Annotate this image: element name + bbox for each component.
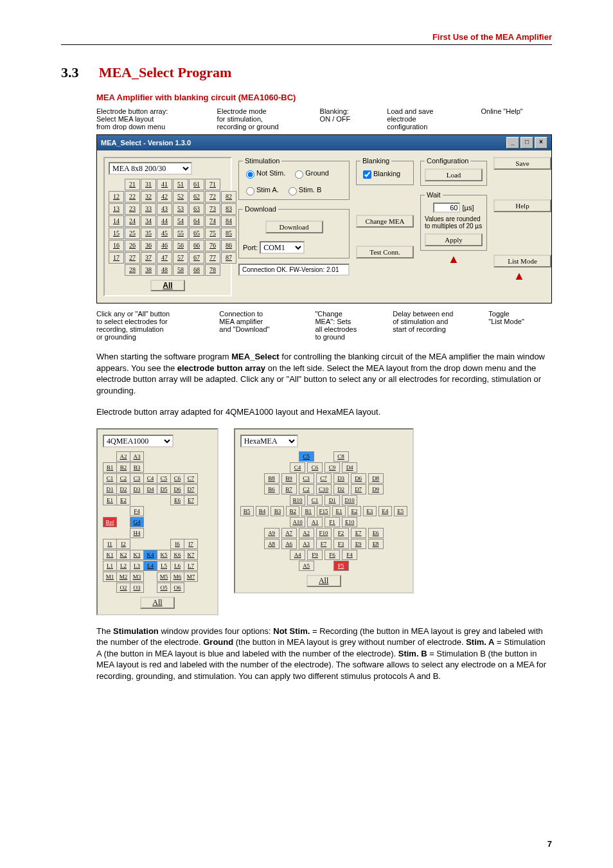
electrode-button[interactable]: 27: [125, 252, 140, 264]
electrode-button[interactable]: 14: [109, 215, 124, 227]
electrode-button[interactable]: K4: [143, 550, 157, 560]
electrode-button[interactable]: C1: [103, 473, 117, 484]
electrode-button[interactable]: F10: [316, 528, 332, 538]
electrode-button[interactable]: 68: [189, 264, 204, 276]
electrode-button[interactable]: L3: [130, 561, 144, 571]
electrode-button[interactable]: A8: [264, 539, 280, 549]
electrode-button[interactable]: 48: [157, 264, 172, 276]
electrode-button[interactable]: 17: [109, 252, 124, 264]
electrode-button[interactable]: L6: [170, 561, 184, 571]
electrode-button[interactable]: 82: [221, 191, 236, 203]
electrode-button[interactable]: 52: [173, 191, 188, 203]
electrode-button[interactable]: F2: [333, 528, 349, 538]
electrode-button[interactable]: 24: [125, 215, 140, 227]
titlebar[interactable]: MEA_Select - Version 1.3.0 _ □ ×: [97, 135, 551, 150]
electrode-button[interactable]: B9: [281, 473, 297, 484]
electrode-button[interactable]: A7: [281, 528, 297, 538]
electrode-button[interactable]: M5: [157, 572, 171, 582]
electrode-button[interactable]: B2: [286, 506, 299, 516]
electrode-button[interactable]: F5: [333, 561, 349, 571]
list-mode-button[interactable]: List Mode: [493, 255, 551, 267]
electrode-button[interactable]: F6: [324, 550, 340, 560]
radio-ground[interactable]: Ground: [292, 168, 329, 179]
electrode-button[interactable]: L5: [157, 561, 171, 571]
electrode-button[interactable]: 61: [189, 179, 204, 190]
change-mea-button[interactable]: Change MEA: [356, 215, 414, 228]
electrode-button[interactable]: C2: [299, 484, 314, 494]
electrode-button[interactable]: 47: [157, 252, 172, 264]
electrode-button[interactable]: B5: [240, 506, 254, 516]
electrode-button[interactable]: 87: [221, 252, 236, 264]
electrode-button[interactable]: C5: [299, 451, 314, 462]
electrode-button[interactable]: A4: [290, 550, 305, 560]
hexamea-all-button[interactable]: All: [306, 575, 341, 587]
electrode-button[interactable]: L4: [143, 561, 157, 571]
electrode-button[interactable]: 53: [173, 203, 188, 215]
electrode-button[interactable]: C10: [316, 484, 332, 494]
electrode-button[interactable]: 13: [109, 203, 124, 215]
electrode-button[interactable]: 55: [173, 228, 188, 239]
electrode-button[interactable]: E7: [351, 528, 366, 538]
electrode-button[interactable]: C6: [307, 462, 323, 473]
electrode-button[interactable]: E3: [363, 506, 377, 516]
electrode-button[interactable]: D9: [368, 484, 384, 494]
electrode-button[interactable]: D6: [170, 484, 184, 494]
maximize-button[interactable]: □: [520, 137, 533, 149]
electrode-button[interactable]: 71: [205, 179, 220, 190]
electrode-button[interactable]: E6: [368, 528, 384, 538]
electrode-button[interactable]: B8: [264, 473, 280, 484]
electrode-button[interactable]: F7: [316, 539, 332, 549]
electrode-button[interactable]: E8: [368, 539, 384, 549]
electrode-button[interactable]: M1: [103, 572, 117, 582]
electrode-button[interactable]: F15: [317, 506, 330, 516]
electrode-button[interactable]: D3: [333, 473, 349, 484]
electrode-button[interactable]: B2: [116, 462, 130, 473]
electrode-button[interactable]: B10: [290, 495, 305, 505]
electrode-button[interactable]: 34: [141, 215, 156, 227]
electrode-button[interactable]: O2: [116, 583, 130, 593]
electrode-button[interactable]: G4: [130, 517, 144, 527]
electrode-button[interactable]: 15: [109, 228, 124, 239]
electrode-button[interactable]: H4: [130, 528, 144, 538]
qmea-all-button[interactable]: All: [140, 597, 175, 609]
electrode-button[interactable]: C6: [170, 473, 184, 484]
electrode-button[interactable]: 84: [221, 215, 236, 227]
electrode-button[interactable]: Ref: [103, 517, 117, 527]
electrode-button[interactable]: 28: [125, 264, 140, 276]
electrode-button[interactable]: B4: [256, 506, 269, 516]
electrode-button[interactable]: K5: [157, 550, 171, 560]
electrode-button[interactable]: B1: [103, 462, 117, 473]
electrode-button[interactable]: 56: [173, 240, 188, 251]
electrode-button[interactable]: A6: [281, 539, 297, 549]
electrode-button[interactable]: E2: [348, 506, 361, 516]
minimize-button[interactable]: _: [506, 137, 519, 149]
electrode-button[interactable]: O5: [157, 583, 171, 593]
electrode-button[interactable]: 25: [125, 228, 140, 239]
electrode-button[interactable]: D2: [333, 484, 349, 494]
electrode-button[interactable]: E10: [342, 517, 357, 527]
electrode-button[interactable]: D6: [351, 473, 366, 484]
save-button[interactable]: Save: [493, 157, 551, 170]
electrode-button[interactable]: 65: [189, 228, 204, 239]
port-select[interactable]: COM1: [260, 241, 305, 254]
layout-select[interactable]: MEA 8x8 200/30: [109, 162, 192, 175]
electrode-button[interactable]: 58: [173, 264, 188, 276]
electrode-button[interactable]: 67: [189, 252, 204, 264]
electrode-button[interactable]: C4: [290, 462, 305, 473]
electrode-button[interactable]: 51: [173, 179, 188, 190]
electrode-button[interactable]: 21: [125, 179, 140, 190]
electrode-button[interactable]: E7: [184, 495, 198, 505]
electrode-button[interactable]: O3: [130, 583, 144, 593]
electrode-button[interactable]: L7: [184, 561, 198, 571]
electrode-button[interactable]: L2: [116, 561, 130, 571]
electrode-button[interactable]: 36: [141, 240, 156, 251]
electrode-button[interactable]: 54: [173, 215, 188, 227]
electrode-button[interactable]: D1: [324, 495, 340, 505]
electrode-button[interactable]: 41: [157, 179, 172, 190]
electrode-button[interactable]: E6: [170, 495, 184, 505]
close-button[interactable]: ×: [535, 137, 547, 149]
electrode-button[interactable]: I6: [170, 539, 184, 549]
electrode-button[interactable]: A2: [299, 528, 314, 538]
electrode-button[interactable]: 33: [141, 203, 156, 215]
electrode-button[interactable]: K7: [184, 550, 198, 560]
